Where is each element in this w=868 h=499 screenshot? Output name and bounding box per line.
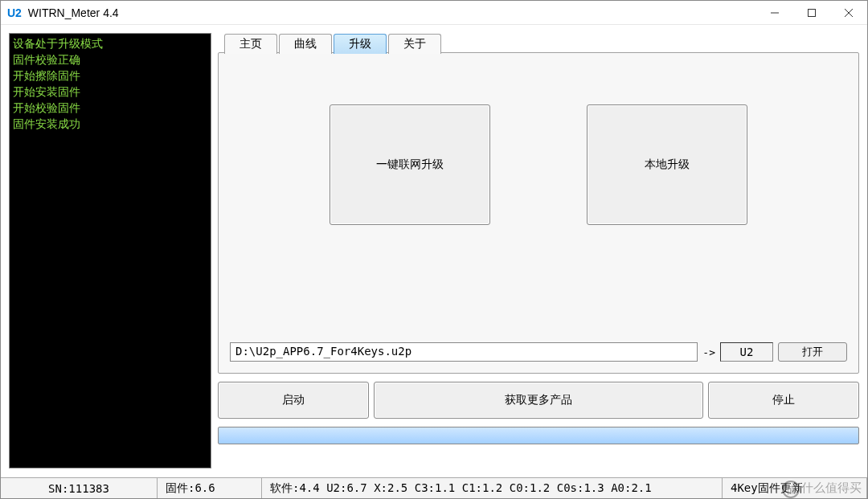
tab-curve[interactable]: 曲线 (279, 34, 332, 54)
upgrade-buttons: 一键联网升级 本地升级 (230, 104, 847, 225)
log-line: 开始安装固件 (13, 84, 207, 100)
firmware-path-field[interactable]: D:\U2p_APP6.7_For4Keys.u2p (230, 342, 698, 362)
file-row: D:\U2p_APP6.7_For4Keys.u2p -> U2 打开 (230, 342, 847, 362)
stop-button[interactable]: 停止 (708, 382, 859, 419)
upgrade-panel: 一键联网升级 本地升级 D:\U2p_APP6.7_For4Keys.u2p -… (218, 52, 859, 374)
status-last-text: 4Key固件更新 (731, 481, 803, 496)
window-controls (756, 1, 867, 24)
arrow-label: -> (702, 346, 715, 358)
window-title-text: WITRN_Meter 4.4 (28, 6, 119, 19)
device-label: U2 (720, 342, 773, 362)
tab-row: 主页 曲线 升级 关于 (224, 33, 859, 53)
status-sn: SN:111383 (1, 478, 158, 498)
tab-about[interactable]: 关于 (388, 34, 441, 54)
log-line: 开始擦除固件 (13, 67, 207, 84)
open-button[interactable]: 打开 (778, 342, 847, 362)
log-line: 固件安装成功 (13, 116, 207, 132)
status-firmware: 固件:6.6 (158, 478, 262, 498)
close-icon (845, 9, 853, 17)
log-line: 固件校验正确 (13, 51, 207, 67)
title-left: U2 WITRN_Meter 4.4 (7, 6, 119, 19)
title-prefix: U2 (7, 6, 22, 19)
client-area: 设备处于升级模式 固件校验正确 开始擦除固件 开始安装固件 开始校验固件 固件安… (1, 25, 867, 477)
svg-rect-0 (809, 10, 816, 17)
tab-upgrade[interactable]: 升级 (334, 34, 387, 54)
window-title (23, 6, 27, 19)
action-row: 启动 获取更多产品 停止 (218, 382, 859, 419)
more-products-button[interactable]: 获取更多产品 (374, 382, 703, 419)
minimize-button[interactable] (756, 1, 793, 25)
watermark-text: 什么值得买 (801, 481, 862, 494)
close-button[interactable] (830, 1, 867, 25)
tab-home[interactable]: 主页 (224, 34, 277, 54)
minimize-icon (771, 9, 779, 17)
maximize-button[interactable] (793, 1, 830, 25)
right-pane: 主页 曲线 升级 关于 一键联网升级 本地升级 D:\U2p_APP6.7_Fo… (218, 33, 859, 474)
log-line: 设备处于升级模式 (13, 35, 207, 51)
progress-bar (218, 427, 859, 444)
status-software: 软件:4.4 U2:6.7 X:2.5 C3:1.1 C1:1.2 C0:1.2… (262, 478, 723, 498)
local-upgrade-button[interactable]: 本地升级 (587, 104, 747, 225)
title-bar: U2 WITRN_Meter 4.4 (1, 1, 867, 25)
log-line: 开始校验固件 (13, 100, 207, 116)
status-bar: SN:111383 固件:6.6 软件:4.4 U2:6.7 X:2.5 C3:… (1, 477, 867, 498)
log-console: 设备处于升级模式 固件校验正确 开始擦除固件 开始安装固件 开始校验固件 固件安… (9, 33, 211, 468)
start-button[interactable]: 启动 (218, 382, 369, 419)
online-upgrade-button[interactable]: 一键联网升级 (330, 104, 490, 225)
status-last: 4Key固件更新 值什么值得买 (723, 478, 867, 498)
maximize-icon (808, 9, 816, 17)
